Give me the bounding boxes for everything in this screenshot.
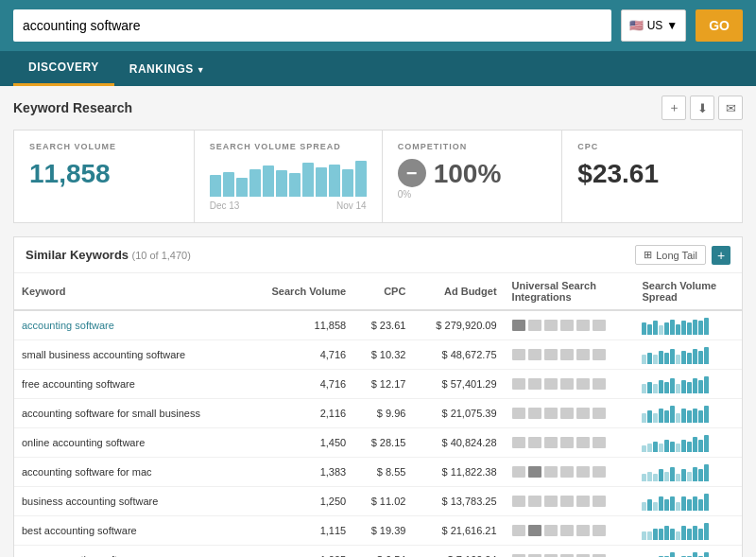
spread-bar (659, 409, 663, 423)
table-row[interactable]: sage accounting software1,095$ 6.54$ 7,1… (14, 546, 742, 558)
universal-icon (576, 378, 590, 390)
spread-bar (659, 529, 663, 540)
universal-icon (593, 525, 606, 536)
universal-icon (560, 466, 574, 478)
chevron-down-icon: ▼ (666, 19, 678, 32)
spread-bar (704, 494, 709, 511)
keywords-add-button[interactable]: + (712, 246, 730, 265)
col-cpc: CPC (353, 273, 413, 310)
cell-spread (634, 310, 742, 340)
country-selector[interactable]: 🇺🇸 US ▼ (621, 9, 687, 42)
spread-bar (676, 444, 680, 452)
spread-bar (664, 353, 669, 364)
spread-chart (210, 159, 367, 197)
spread-bar (647, 472, 652, 481)
spread-bar (693, 467, 697, 481)
spread-bar (704, 318, 709, 335)
spread-bar (704, 406, 709, 423)
cell-volume: 1,250 (247, 487, 354, 516)
spread-bar (642, 384, 646, 393)
table-row[interactable]: business accounting software1,250$ 11.02… (14, 487, 742, 516)
universal-icon (512, 320, 525, 331)
universal-icon (528, 496, 541, 507)
cell-budget: $ 11,822.38 (413, 458, 504, 487)
cell-budget: $ 21,616.21 (413, 516, 504, 546)
cell-universal (505, 370, 635, 399)
longtail-button[interactable]: ⊞ Long Tail (635, 245, 706, 265)
spread-bar (659, 380, 663, 393)
spread-bar (664, 322, 669, 335)
header-actions: ＋ ⬇ ✉ (662, 96, 743, 120)
app-header: 🇺🇸 US ▼ GO (0, 0, 756, 51)
go-button[interactable]: GO (696, 9, 743, 42)
cell-budget: $ 40,824.28 (413, 428, 504, 458)
universal-icon (512, 408, 525, 419)
cell-spread (634, 458, 742, 487)
table-row[interactable]: accounting software for mac1,383$ 8.55$ … (14, 458, 742, 487)
spread-bar (693, 496, 697, 511)
spread-bar (664, 499, 669, 511)
table-row[interactable]: best accounting software1,115$ 19.39$ 21… (14, 516, 742, 546)
spread-bar (670, 442, 675, 452)
universal-icon (560, 320, 574, 331)
spread-bar (653, 529, 658, 540)
universal-icon (593, 496, 606, 507)
spread-dates: Dec 13 Nov 14 (210, 200, 367, 211)
keywords-table: Keyword Search Volume CPC Ad Budget Univ… (14, 273, 742, 557)
cell-universal (505, 516, 635, 546)
cell-keyword: best accounting software (14, 516, 247, 546)
table-row[interactable]: small business accounting software4,716$… (14, 340, 742, 370)
spread-bar (704, 464, 709, 481)
email-icon-btn[interactable]: ✉ (718, 96, 743, 120)
country-label: US (647, 19, 663, 32)
cell-keyword: sage accounting software (14, 546, 247, 558)
universal-icon (560, 349, 574, 360)
universal-icon (528, 378, 541, 390)
spread-bar (642, 355, 646, 364)
universal-icon (544, 437, 558, 448)
spread-bar (676, 502, 680, 511)
universal-icon (528, 437, 541, 448)
table-row[interactable]: accounting software11,858$ 23.61$ 279,92… (14, 310, 742, 340)
spread-bar (687, 322, 692, 335)
universal-icon (576, 437, 590, 448)
spread-bar (647, 499, 652, 511)
universal-icon (576, 408, 590, 419)
spread-label: SEARCH VOLUME SPREAD (210, 142, 367, 151)
universal-icon (528, 466, 541, 478)
spread-bar (670, 552, 675, 557)
search-input[interactable] (13, 9, 611, 42)
section-header: Keyword Research ＋ ⬇ ✉ (13, 96, 743, 120)
spread-bar (664, 472, 669, 481)
cell-universal (505, 310, 635, 340)
universal-icon (560, 525, 574, 536)
spread-bar (681, 351, 686, 364)
spread-bar (642, 445, 646, 452)
table-row[interactable]: accounting software for small business2,… (14, 399, 742, 428)
cell-budget: $ 48,672.75 (413, 340, 504, 370)
spread-bar (659, 444, 663, 452)
spread-bar (681, 526, 686, 540)
grid-icon: ⊞ (644, 249, 652, 261)
spread-bar (647, 382, 652, 393)
cell-volume: 1,095 (247, 546, 354, 558)
nav-discovery[interactable]: DISCOVERY (13, 51, 114, 86)
cell-spread (634, 340, 742, 370)
page-title: Keyword Research (13, 100, 132, 115)
spread-bar (704, 435, 709, 452)
spread-date-start: Dec 13 (210, 200, 240, 211)
cell-keyword: online accounting software (14, 428, 247, 458)
spread-bar (698, 380, 703, 393)
universal-icon (544, 496, 558, 507)
nav-rankings[interactable]: RANKINGS (114, 53, 220, 85)
table-row[interactable]: free accounting software4,716$ 12.17$ 57… (14, 370, 742, 399)
table-row[interactable]: online accounting software1,450$ 28.15$ … (14, 428, 742, 458)
col-volume: Search Volume (247, 273, 354, 310)
universal-icon (544, 525, 558, 536)
download-icon-btn[interactable]: ⬇ (690, 96, 714, 120)
spread-bar (681, 321, 686, 335)
metric-spread: SEARCH VOLUME SPREAD Dec 13 Nov 14 (195, 131, 383, 222)
universal-icon (544, 408, 558, 419)
add-icon-btn[interactable]: ＋ (662, 96, 686, 120)
cell-universal (505, 546, 635, 558)
